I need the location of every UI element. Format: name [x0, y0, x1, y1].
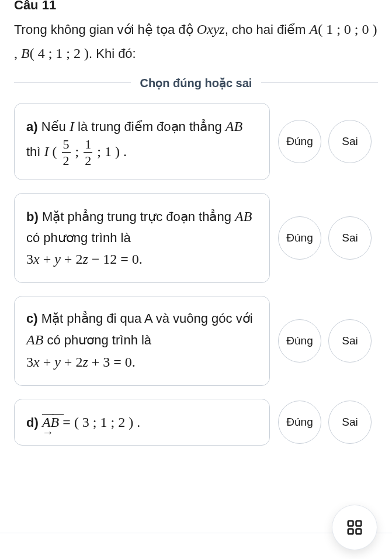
option-a-mid1: là trung điểm đoạn thẳng — [74, 119, 226, 134]
grid-icon — [346, 519, 363, 536]
option-d-vec: ——→ AB — [42, 411, 59, 433]
option-a-frac1: 52 — [62, 137, 71, 168]
frac2-bar — [84, 152, 92, 153]
option-a-semi1: ; — [72, 144, 83, 159]
option-box-a: a) Nếu I là trung điểm đoạn thẳng AB thì… — [14, 103, 270, 180]
option-b-label: b) — [26, 209, 39, 224]
option-b-mid: có phương trình là — [26, 230, 131, 245]
frac1-bar — [62, 152, 71, 153]
true-button-a[interactable]: Đúng — [278, 120, 321, 163]
options-list: a) Nếu I là trung điểm đoạn thẳng AB thì… — [14, 103, 378, 446]
arrow-icon: ——→ — [42, 404, 64, 441]
option-a-open: ( — [49, 144, 61, 159]
false-button-a[interactable]: Sai — [328, 120, 372, 163]
option-a-AB: AB — [226, 119, 242, 134]
option-a-label: a) — [26, 119, 38, 134]
option-d-buttons: Đúng Sai — [278, 401, 372, 444]
option-row-c: c) Mặt phẳng đi qua A và vuông góc với A… — [14, 296, 378, 386]
frac2-den: 2 — [84, 154, 92, 167]
divider: Chọn đúng hoặc sai — [14, 76, 378, 90]
question-mid: , cho hai điểm — [225, 22, 310, 37]
svg-rect-2 — [348, 529, 353, 534]
true-button-b[interactable]: Đúng — [278, 216, 321, 260]
option-a-I: I — [70, 119, 74, 134]
point-b-coords: ( 4 ; 1 ; 2 ) — [30, 46, 89, 61]
question-pre: Trong không gian với hệ tọa độ — [14, 22, 197, 37]
svg-rect-0 — [348, 521, 353, 526]
option-a-buttons: Đúng Sai — [278, 120, 372, 163]
grid-menu-button[interactable] — [332, 505, 377, 550]
option-a-pre: Nếu — [38, 119, 70, 134]
option-a-one: 1 — [105, 144, 112, 159]
question-number: Câu 11 — [14, 0, 378, 13]
option-box-c: c) Mặt phẳng đi qua A và vuông góc với A… — [14, 296, 270, 386]
option-b-buttons: Đúng Sai — [278, 216, 372, 260]
false-button-d[interactable]: Sai — [328, 401, 372, 444]
option-c-AB: AB — [26, 332, 43, 347]
frac1-num: 5 — [62, 137, 71, 151]
option-a-I2: I — [44, 144, 49, 159]
option-row-a: a) Nếu I là trung điểm đoạn thẳng AB thì… — [14, 103, 378, 180]
point-a-name: A — [310, 22, 318, 37]
option-a-semi2: ; — [93, 144, 105, 159]
point-b-name: B — [21, 46, 30, 61]
option-c-eq: 3x + y + 2z + 3 = 0. — [26, 355, 136, 370]
divider-line-left — [14, 82, 131, 83]
divider-line-right — [261, 82, 378, 83]
option-box-b: b) Mặt phẳng trung trực đoạn thẳng AB có… — [14, 193, 270, 283]
option-row-d: d) ——→ AB = ( 3 ; 1 ; 2 ) . Đúng Sai — [14, 399, 378, 446]
option-b-pre: Mặt phẳng trung trực đoạn thẳng — [39, 209, 235, 224]
sep: , — [14, 46, 21, 61]
question-text: Trong không gian với hệ tọa độ Oxyz, cho… — [14, 18, 378, 65]
option-row-b: b) Mặt phẳng trung trực đoạn thẳng AB có… — [14, 193, 378, 283]
divider-label: Chọn đúng hoặc sai — [131, 76, 262, 90]
svg-rect-3 — [356, 529, 362, 534]
true-button-d[interactable]: Đúng — [278, 401, 321, 444]
question-post: . Khi đó: — [89, 46, 136, 61]
option-c-mid: có phương trình là — [43, 333, 151, 347]
option-a-close: ) . — [112, 144, 127, 159]
option-box-d: d) ——→ AB = ( 3 ; 1 ; 2 ) . — [14, 399, 270, 446]
option-c-label: c) — [26, 311, 38, 326]
frac1-den: 2 — [62, 154, 71, 167]
svg-rect-1 — [356, 521, 362, 526]
option-d-label: d) — [26, 415, 39, 430]
option-a-mid2: thì — [26, 144, 44, 159]
false-button-b[interactable]: Sai — [328, 216, 372, 260]
option-b-AB: AB — [235, 209, 252, 224]
option-b-eq: 3x + y + 2z − 12 = 0. — [26, 251, 143, 267]
false-button-c[interactable]: Sai — [328, 319, 372, 363]
point-a-coords: ( 1 ; 0 ; 0 ) — [318, 22, 377, 37]
option-c-pre: Mặt phẳng đi qua A và vuông góc với — [38, 311, 253, 326]
option-a-frac2: 12 — [84, 137, 92, 168]
frac2-num: 1 — [84, 137, 92, 151]
true-button-c[interactable]: Đúng — [278, 319, 321, 363]
space-name: Oxyz — [197, 22, 225, 37]
option-d-eq: = ( 3 ; 1 ; 2 ) . — [63, 415, 140, 430]
option-c-buttons: Đúng Sai — [278, 319, 372, 363]
